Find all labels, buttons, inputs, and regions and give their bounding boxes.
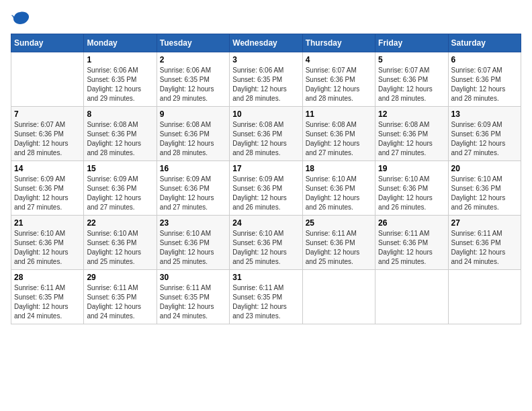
calendar-cell [11,52,84,107]
day-info: Sunrise: 6:10 AM Sunset: 6:36 PM Dayligh… [160,229,226,267]
calendar-cell [448,270,521,324]
day-number: 29 [87,273,153,282]
day-info: Sunrise: 6:11 AM Sunset: 6:36 PM Dayligh… [378,229,445,267]
day-info: Sunrise: 6:08 AM Sunset: 6:36 PM Dayligh… [232,120,299,158]
calendar-cell: 7Sunrise: 6:07 AM Sunset: 6:36 PM Daylig… [11,107,84,161]
day-number: 31 [232,273,299,282]
day-info: Sunrise: 6:07 AM Sunset: 6:36 PM Dayligh… [378,66,445,103]
day-info: Sunrise: 6:09 AM Sunset: 6:36 PM Dayligh… [14,175,81,212]
calendar-cell: 6Sunrise: 6:07 AM Sunset: 6:36 PM Daylig… [448,52,521,107]
day-info: Sunrise: 6:11 AM Sunset: 6:35 PM Dayligh… [87,283,153,321]
day-info: Sunrise: 6:08 AM Sunset: 6:36 PM Dayligh… [378,120,445,158]
day-number: 13 [451,109,518,119]
day-header-wednesday: Wednesday [230,34,302,52]
day-number: 2 [160,55,226,64]
day-info: Sunrise: 6:10 AM Sunset: 6:36 PM Dayligh… [232,229,299,267]
day-info: Sunrise: 6:10 AM Sunset: 6:36 PM Dayligh… [378,175,445,212]
day-header-friday: Friday [375,34,448,52]
day-info: Sunrise: 6:06 AM Sunset: 6:35 PM Dayligh… [160,66,226,103]
calendar-cell: 30Sunrise: 6:11 AM Sunset: 6:35 PM Dayli… [157,270,229,324]
day-info: Sunrise: 6:11 AM Sunset: 6:35 PM Dayligh… [14,283,81,321]
calendar-week-3: 14Sunrise: 6:09 AM Sunset: 6:36 PM Dayli… [11,161,521,216]
day-number: 20 [451,164,518,173]
day-info: Sunrise: 6:11 AM Sunset: 6:35 PM Dayligh… [160,283,226,321]
day-number: 11 [306,109,372,119]
day-info: Sunrise: 6:11 AM Sunset: 6:36 PM Dayligh… [451,229,518,267]
calendar-cell: 4Sunrise: 6:07 AM Sunset: 6:36 PM Daylig… [302,52,375,107]
calendar-cell [302,270,375,324]
day-header-monday: Monday [84,34,157,52]
day-number: 23 [160,218,226,228]
day-info: Sunrise: 6:08 AM Sunset: 6:36 PM Dayligh… [306,120,372,158]
day-info: Sunrise: 6:10 AM Sunset: 6:36 PM Dayligh… [87,229,153,267]
calendar-cell: 19Sunrise: 6:10 AM Sunset: 6:36 PM Dayli… [375,161,448,216]
day-info: Sunrise: 6:08 AM Sunset: 6:36 PM Dayligh… [160,120,226,158]
day-info: Sunrise: 6:09 AM Sunset: 6:36 PM Dayligh… [232,175,299,212]
day-info: Sunrise: 6:09 AM Sunset: 6:36 PM Dayligh… [451,120,518,158]
day-number: 5 [378,55,445,64]
day-number: 25 [306,218,372,228]
calendar-cell: 15Sunrise: 6:09 AM Sunset: 6:36 PM Dayli… [84,161,157,216]
day-info: Sunrise: 6:07 AM Sunset: 6:36 PM Dayligh… [14,120,81,158]
day-info: Sunrise: 6:10 AM Sunset: 6:36 PM Dayligh… [451,175,518,212]
calendar-cell: 18Sunrise: 6:10 AM Sunset: 6:36 PM Dayli… [302,161,375,216]
day-number: 3 [232,55,299,64]
calendar-cell: 13Sunrise: 6:09 AM Sunset: 6:36 PM Dayli… [448,107,521,161]
calendar-cell: 16Sunrise: 6:09 AM Sunset: 6:36 PM Dayli… [157,161,229,216]
calendar-cell: 5Sunrise: 6:07 AM Sunset: 6:36 PM Daylig… [375,52,448,107]
day-number: 4 [306,55,372,64]
calendar-cell: 20Sunrise: 6:10 AM Sunset: 6:36 PM Dayli… [448,161,521,216]
day-header-tuesday: Tuesday [157,34,229,52]
calendar-week-1: 1Sunrise: 6:06 AM Sunset: 6:35 PM Daylig… [11,52,521,107]
day-info: Sunrise: 6:07 AM Sunset: 6:36 PM Dayligh… [306,66,372,103]
calendar-week-2: 7Sunrise: 6:07 AM Sunset: 6:36 PM Daylig… [11,107,521,161]
calendar-cell: 14Sunrise: 6:09 AM Sunset: 6:36 PM Dayli… [11,161,84,216]
calendar-cell: 3Sunrise: 6:06 AM Sunset: 6:35 PM Daylig… [230,52,302,107]
calendar-cell: 2Sunrise: 6:06 AM Sunset: 6:35 PM Daylig… [157,52,229,107]
calendar-cell: 27Sunrise: 6:11 AM Sunset: 6:36 PM Dayli… [448,216,521,270]
day-info: Sunrise: 6:07 AM Sunset: 6:36 PM Dayligh… [451,66,518,103]
day-number: 22 [87,218,153,228]
calendar-week-5: 28Sunrise: 6:11 AM Sunset: 6:35 PM Dayli… [11,270,521,324]
calendar-cell: 21Sunrise: 6:10 AM Sunset: 6:36 PM Dayli… [11,216,84,270]
day-info: Sunrise: 6:10 AM Sunset: 6:36 PM Dayligh… [306,175,372,212]
day-number: 26 [378,218,445,228]
calendar-cell: 12Sunrise: 6:08 AM Sunset: 6:36 PM Dayli… [375,107,448,161]
calendar-week-4: 21Sunrise: 6:10 AM Sunset: 6:36 PM Dayli… [11,216,521,270]
day-info: Sunrise: 6:11 AM Sunset: 6:35 PM Dayligh… [232,283,299,321]
day-info: Sunrise: 6:09 AM Sunset: 6:36 PM Dayligh… [87,175,153,212]
day-number: 10 [232,109,299,119]
day-header-thursday: Thursday [302,34,375,52]
day-number: 21 [14,218,81,228]
calendar-cell: 25Sunrise: 6:11 AM Sunset: 6:36 PM Dayli… [302,216,375,270]
logo [11,11,32,26]
day-info: Sunrise: 6:06 AM Sunset: 6:35 PM Dayligh… [87,66,153,103]
calendar-cell: 28Sunrise: 6:11 AM Sunset: 6:35 PM Dayli… [11,270,84,324]
calendar-cell [375,270,448,324]
day-number: 30 [160,273,226,282]
day-info: Sunrise: 6:10 AM Sunset: 6:36 PM Dayligh… [14,229,81,267]
day-number: 27 [451,218,518,228]
day-number: 14 [14,164,81,173]
day-number: 18 [306,164,372,173]
day-info: Sunrise: 6:11 AM Sunset: 6:36 PM Dayligh… [306,229,372,267]
day-number: 24 [232,218,299,228]
day-number: 9 [160,109,226,119]
day-number: 17 [232,164,299,173]
calendar-cell: 11Sunrise: 6:08 AM Sunset: 6:36 PM Dayli… [302,107,375,161]
calendar-cell: 8Sunrise: 6:08 AM Sunset: 6:36 PM Daylig… [84,107,157,161]
calendar-cell: 23Sunrise: 6:10 AM Sunset: 6:36 PM Dayli… [157,216,229,270]
day-number: 1 [87,55,153,64]
day-number: 19 [378,164,445,173]
calendar-cell: 26Sunrise: 6:11 AM Sunset: 6:36 PM Dayli… [375,216,448,270]
calendar-cell: 9Sunrise: 6:08 AM Sunset: 6:36 PM Daylig… [157,107,229,161]
day-number: 28 [14,273,81,282]
calendar-cell: 31Sunrise: 6:11 AM Sunset: 6:35 PM Dayli… [230,270,302,324]
page-header [11,11,521,26]
day-number: 7 [14,109,81,119]
day-number: 12 [378,109,445,119]
day-number: 15 [87,164,153,173]
day-number: 6 [451,55,518,64]
day-number: 16 [160,164,226,173]
logo-icon [11,11,30,26]
